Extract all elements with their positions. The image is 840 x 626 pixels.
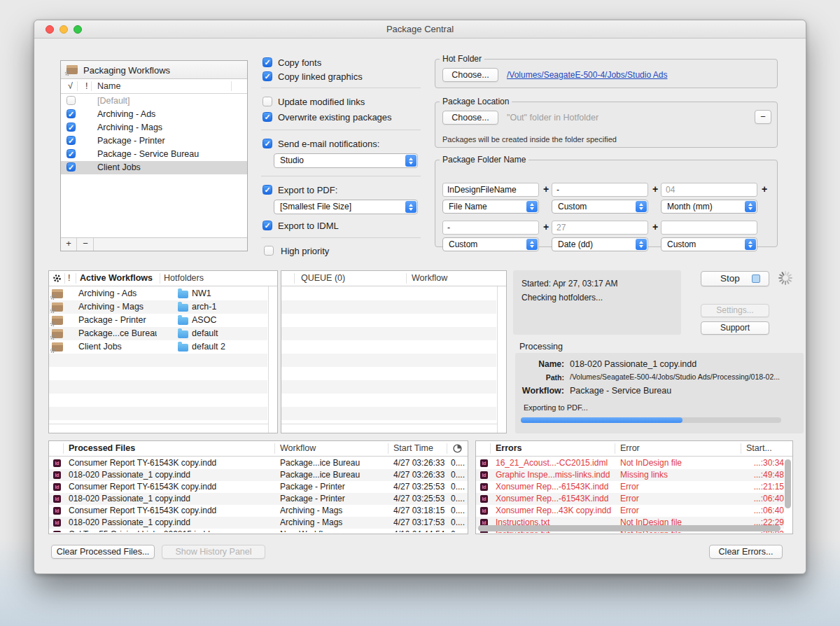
remove-workflow-button[interactable]: −	[78, 238, 94, 251]
high-priority-checkbox[interactable]	[264, 246, 274, 256]
workflow-checkbox[interactable]	[66, 162, 76, 172]
active-workflow-row[interactable]: Package...ce Bureaudefault	[49, 327, 267, 340]
workflow-row[interactable]: Client Jobs	[61, 161, 247, 174]
folder-name-field[interactable]: 27	[552, 221, 648, 235]
folder-name-token-select[interactable]: Month (mm)	[661, 200, 757, 214]
horizontal-scrollbar-thumb[interactable]	[478, 525, 780, 531]
hot-folder-legend: Hot Folder	[440, 54, 484, 64]
folder-icon	[178, 304, 188, 312]
column-separator	[160, 273, 160, 284]
workflow-checkbox[interactable]	[66, 96, 76, 105]
processing-section-label: Processing	[519, 342, 563, 352]
file-name: Consumer Report TY-61543K copy.indd	[69, 458, 270, 468]
workflow-row[interactable]: [Default]	[61, 95, 247, 108]
clock-icon	[453, 444, 462, 455]
error-row[interactable]: IdXonsumer Rep...-61543K.inddError...:06…	[476, 493, 784, 505]
error-row[interactable]: IdGraphic Inspe...miss-links.inddMissing…	[476, 469, 784, 481]
window-title: Package Central	[34, 24, 806, 34]
add-workflow-button[interactable]: +	[61, 238, 77, 251]
active-workflow-row[interactable]: Package - PrinterASOC	[49, 314, 267, 327]
processed-file-row[interactable]: Id018-020 Passionate_1 copy.inddArchivin…	[49, 517, 468, 529]
export-pdf-checkbox[interactable]	[262, 185, 272, 195]
indesign-file-icon: Id	[480, 495, 488, 503]
clear-processed-files-button[interactable]: Clear Processed Files...	[51, 545, 155, 559]
hot-folder-choose-button[interactable]: Choose...	[442, 68, 498, 82]
export-idml-checkbox[interactable]	[262, 221, 272, 230]
plus-separator: +	[543, 221, 549, 232]
workflow-name: Client Jobs	[97, 162, 141, 172]
processed-file-row[interactable]: IdCal Tex 55 Original Links 200815.inddN…	[49, 529, 468, 532]
show-history-panel-button[interactable]: Show History Panel	[162, 545, 265, 559]
start-time: ...:30:34	[741, 458, 784, 468]
pdf-preset-select[interactable]: [Smallest File Size]	[274, 200, 418, 214]
workflow-checkbox[interactable]	[66, 149, 76, 158]
processed-files-table: Processed Files Workflow Start Time IdCo…	[48, 440, 468, 534]
error-row[interactable]: IdXonsumer Rep...-61543K.inddError...:21…	[476, 481, 784, 493]
email-notification-select[interactable]: Studio	[274, 153, 418, 168]
processed-file-row[interactable]: IdConsumer Report TY-61543K copy.inddPac…	[49, 481, 468, 493]
folder-name-field[interactable]: -	[442, 221, 539, 235]
workflow-checkbox[interactable]	[66, 136, 76, 145]
workflow-row[interactable]: Package - Service Bureau	[61, 148, 247, 161]
workflow-name: Package...ice Bureau	[280, 470, 384, 480]
gear-icon	[52, 274, 62, 285]
stepper-icon	[745, 239, 756, 250]
active-workflow-row[interactable]: Archiving - AdsNW1	[49, 287, 267, 300]
workflow-checkbox[interactable]	[66, 123, 76, 132]
options-divider	[261, 130, 421, 130]
workflow-row[interactable]: Archiving - Mags	[61, 121, 247, 134]
duration: 0....	[451, 506, 465, 515]
stop-button[interactable]: Stop	[701, 271, 769, 286]
error-row[interactable]: IdXonsumer Rep...43K copy.inddError...:0…	[476, 505, 784, 517]
processed-file-row[interactable]: Id018-020 Passionate_1 copy.inddPackage …	[49, 493, 468, 505]
error-row[interactable]: Id16_21_Acoust...-CC2015.idmlNot InDesig…	[476, 457, 784, 469]
send-email-checkbox[interactable]	[262, 139, 272, 148]
copy-fonts-checkbox[interactable]	[262, 57, 272, 67]
stepper-icon	[636, 239, 647, 250]
column-separator	[76, 273, 76, 284]
folder-name-token-select[interactable]: File Name	[442, 200, 539, 214]
file-name: Graphic Inspe...miss-links.indd	[496, 470, 612, 480]
vertical-scrollbar-thumb[interactable]	[785, 459, 791, 508]
active-workflows-table: ! Active Workflows Hotfolders Archiving …	[48, 270, 278, 433]
vertical-scrollbar[interactable]	[497, 286, 506, 433]
folder-name-field[interactable]: InDesignFileName	[442, 183, 539, 197]
workflow-name: Package - Service Bureau	[97, 149, 199, 159]
active-workflow-row[interactable]: Client Jobsdefault 2	[49, 340, 267, 354]
folder-name-token-select[interactable]: Date (dd)	[552, 237, 648, 251]
vertical-scrollbar[interactable]	[268, 286, 277, 433]
folder-name-token-select[interactable]: Custom	[442, 237, 539, 251]
folder-name-token-select[interactable]: Custom	[661, 237, 757, 251]
support-button[interactable]: Support	[701, 321, 769, 335]
remove-location-button[interactable]: −	[755, 110, 771, 124]
folder-name-token-select[interactable]: Custom	[552, 200, 648, 214]
workflow-row[interactable]: Archiving - Ads	[61, 108, 247, 121]
settings-button[interactable]: Settings...	[701, 304, 769, 317]
clear-errors-button[interactable]: Clear Errors...	[709, 545, 783, 559]
processed-file-row[interactable]: IdConsumer Report TY-61543K copy.inddPac…	[49, 457, 468, 469]
workflow-column-header: Workflow	[412, 273, 447, 283]
processing-path-value: /Volumes/SeagateE-500-4/Jobs/Studio Ads/…	[570, 373, 780, 381]
workflow-row[interactable]: Package - Printer	[61, 134, 247, 148]
horizontal-scrollbar[interactable]	[281, 424, 497, 433]
package-location-legend: Package Location	[440, 97, 512, 106]
folder-name-token-value: File Name	[449, 200, 524, 213]
error-type: Error	[620, 506, 738, 515]
overwrite-existing-checkbox[interactable]	[262, 112, 272, 122]
active-workflow-row[interactable]: Archiving - Magsarch-1	[49, 300, 267, 314]
high-priority-label: High priority	[281, 246, 329, 256]
hotfolder-name: arch-1	[192, 302, 216, 312]
hot-folder-path-link[interactable]: /Volumes/SeagateE-500-4/Jobs/Studio Ads	[507, 70, 667, 80]
package-location-choose-button[interactable]: Choose...	[442, 111, 498, 125]
folder-name-field[interactable]: 04	[661, 183, 757, 197]
horizontal-scrollbar[interactable]	[49, 424, 268, 433]
workflow-checkbox[interactable]	[66, 109, 76, 118]
folder-name-field[interactable]: -	[552, 183, 648, 197]
folder-name-field[interactable]	[661, 221, 757, 235]
processed-file-row[interactable]: Id018-020 Passionate_1 copy.inddPackage.…	[49, 469, 468, 481]
processed-file-row[interactable]: IdConsumer Report TY-61543K copy.inddArc…	[49, 505, 468, 517]
processed-files-rows: IdConsumer Report TY-61543K copy.inddPac…	[49, 457, 468, 532]
workflow-name: Archiving - Mags	[78, 302, 157, 312]
update-modified-links-checkbox[interactable]	[262, 97, 272, 106]
copy-linked-graphics-checkbox[interactable]	[262, 71, 272, 81]
